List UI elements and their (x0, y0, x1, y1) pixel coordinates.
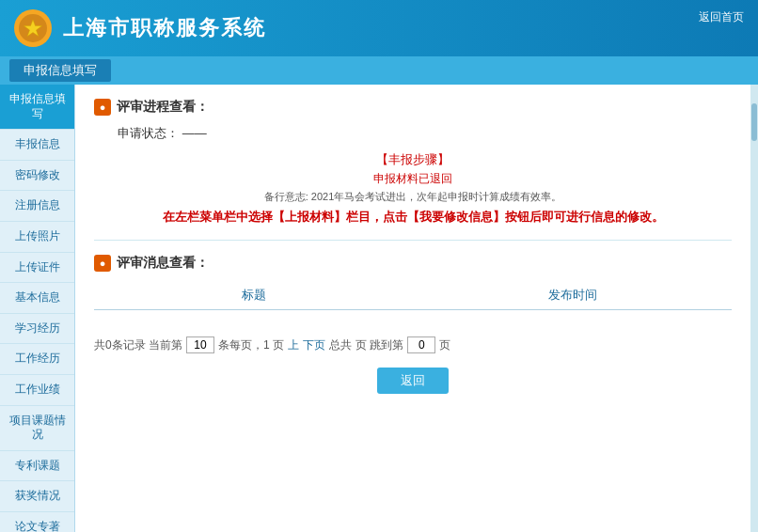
logo-icon (19, 14, 47, 42)
pagination-middle: 条每页，1 页 (218, 337, 284, 353)
sidebar-item-4[interactable]: 上传照片 (0, 222, 74, 253)
sidebar-item-13[interactable]: 论文专著 (0, 512, 74, 532)
sidebar-item-6[interactable]: 基本信息 (0, 283, 74, 314)
back-button[interactable]: 返回 (377, 368, 449, 394)
section1-icon: ● (94, 99, 111, 116)
alert-link: 【丰报步骤】 (94, 151, 732, 168)
status-area: 申请状态： —— (118, 125, 732, 142)
scroll-thumb[interactable] (751, 103, 757, 141)
main-container: 申报信息填写 丰报信息 密码修改 注册信息 上传照片 上传证件 基本信息 学习经… (0, 85, 758, 532)
header: 上海市职称服务系统 返回首页 (0, 0, 758, 56)
section1-header: ● 评审进程查看： (94, 99, 732, 116)
pagination-next[interactable]: 下页 (303, 337, 325, 353)
alert-sub: 申报材料已退回 (94, 171, 732, 187)
pagination-prefix: 共0条记录 当前第 (94, 337, 182, 353)
nav-tab-active[interactable]: 申报信息填写 (9, 59, 111, 82)
section2: ● 评审消息查看： 标题 发布时间 共0条记录 当前第 (94, 255, 732, 394)
pagination-total: 总共 (329, 337, 352, 353)
header-logo (14, 9, 52, 47)
section2-icon: ● (94, 255, 111, 272)
page-size-input[interactable] (186, 336, 214, 353)
header-title: 上海市职称服务系统 (63, 14, 266, 42)
sidebar-item-3[interactable]: 注册信息 (0, 191, 74, 222)
alert-block: 【丰报步骤】 申报材料已退回 备行意志: 2021年马会考试进出，次年起申报时计… (94, 151, 732, 226)
status-label: 申请状态： —— (118, 125, 732, 142)
section2-title: 评审消息查看： (117, 255, 209, 272)
pagination-pages: 页 跳到第 (355, 337, 403, 353)
sidebar: 申报信息填写 丰报信息 密码修改 注册信息 上传照片 上传证件 基本信息 学习经… (0, 85, 75, 532)
nav-bar: 申报信息填写 (0, 56, 758, 85)
sidebar-item-9[interactable]: 工作业绩 (0, 375, 74, 406)
section1-title: 评审进程查看： (117, 99, 209, 116)
scroll-indicator (750, 85, 758, 532)
sidebar-item-8[interactable]: 工作经历 (0, 344, 74, 375)
sidebar-item-1[interactable]: 丰报信息 (0, 130, 74, 161)
sidebar-item-11[interactable]: 专利课题 (0, 451, 74, 482)
pagination-suffix: 页 (439, 337, 450, 353)
section-divider (94, 240, 732, 241)
alert-instruction: 在左栏菜单栏中选择【上报材料】栏目，点击【我要修改信息】按钮后即可进行信息的修改… (94, 209, 732, 226)
sidebar-item-7[interactable]: 学习经历 (0, 314, 74, 345)
sidebar-item-12[interactable]: 获奖情况 (0, 481, 74, 512)
svg-marker-0 (24, 20, 42, 37)
goto-page-input[interactable] (407, 336, 435, 353)
alert-note: 备行意志: 2021年马会考试进出，次年起申报时计算成绩有效率。 (94, 190, 732, 204)
content-area: ● 评审进程查看： 申请状态： —— 【丰报步骤】 申报材料已退回 备行意志: … (75, 85, 750, 532)
home-link[interactable]: 返回首页 (699, 9, 744, 25)
table-row-empty (94, 310, 732, 330)
sidebar-item-2[interactable]: 密码修改 (0, 161, 74, 192)
sidebar-item-5[interactable]: 上传证件 (0, 253, 74, 284)
table-col-title: 标题 (94, 281, 413, 310)
sidebar-item-0[interactable]: 申报信息填写 (0, 85, 74, 130)
table-col-date: 发布时间 (413, 281, 732, 310)
messages-table: 标题 发布时间 (94, 281, 732, 329)
pagination-prev[interactable]: 上 (288, 337, 299, 353)
section2-header: ● 评审消息查看： (94, 255, 732, 272)
sidebar-item-10[interactable]: 项目课题情况 (0, 406, 74, 451)
pagination: 共0条记录 当前第 条每页，1 页 上 下页 总共 页 跳到第 页 (94, 336, 732, 353)
